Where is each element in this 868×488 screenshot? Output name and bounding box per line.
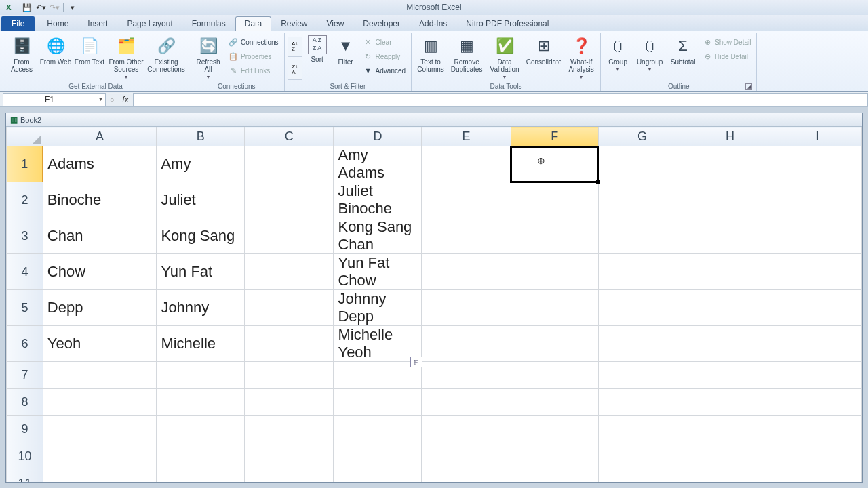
cell-B4[interactable]: Yun Fat (157, 254, 245, 290)
refresh-all-button[interactable]: 🔄Refresh All▼ (192, 34, 224, 80)
cell-B3[interactable]: Kong Sang (157, 218, 245, 254)
cell-C9[interactable] (245, 416, 334, 443)
cell-A7[interactable] (43, 362, 157, 389)
cell-G8[interactable] (598, 389, 686, 416)
column-header-A[interactable]: A (43, 127, 157, 146)
sort-desc-button[interactable]: Z↓A (288, 60, 302, 80)
cell-D11[interactable] (334, 470, 422, 483)
cell-D6[interactable]: Michelle Yeoh (334, 326, 422, 362)
cell-D7[interactable]: ⎘ (334, 362, 422, 389)
tab-developer[interactable]: Developer (353, 16, 410, 30)
tab-review[interactable]: Review (271, 16, 317, 30)
cell-F10[interactable] (511, 443, 598, 470)
cell-G11[interactable] (598, 470, 686, 483)
cell-A1[interactable]: Adams (43, 146, 157, 182)
cell-H1[interactable] (686, 146, 774, 182)
row-header-4[interactable]: 4 (7, 254, 43, 290)
tab-file[interactable]: File (1, 16, 35, 30)
cell-F1[interactable]: ⊕ (511, 146, 598, 182)
cell-H7[interactable] (686, 362, 774, 389)
qat-customize[interactable]: ▾ (66, 1, 79, 14)
cell-H11[interactable] (686, 470, 774, 483)
undo-button[interactable]: ↶▾ (35, 1, 47, 14)
from-text-button[interactable]: 📄From Text (73, 34, 106, 80)
cell-A9[interactable] (43, 416, 157, 443)
what-if-button[interactable]: ❓What-If Analysis▼ (565, 34, 597, 80)
tab-home[interactable]: Home (37, 16, 78, 30)
row-header-11[interactable]: 11 (7, 470, 43, 483)
row-header-3[interactable]: 3 (7, 218, 43, 254)
cell-E9[interactable] (422, 416, 511, 443)
cell-G4[interactable] (598, 254, 686, 290)
cell-E7[interactable] (422, 362, 511, 389)
cell-D1[interactable]: Amy Adams (334, 146, 422, 182)
cell-A2[interactable]: Binoche (43, 182, 157, 218)
cell-I4[interactable] (774, 254, 861, 290)
cell-I6[interactable] (774, 326, 861, 362)
cell-B1[interactable]: Amy (157, 146, 245, 182)
properties-button[interactable]: 📋Properties (226, 49, 281, 63)
row-header-1[interactable]: 1 (7, 146, 43, 182)
spreadsheet-grid[interactable]: ABCDEFGHI1AdamsAmyAmy Adams⊕2BinocheJuli… (6, 127, 862, 482)
column-header-E[interactable]: E (422, 127, 511, 146)
cell-B9[interactable] (157, 416, 245, 443)
row-header-8[interactable]: 8 (7, 389, 43, 416)
fx-icon[interactable]: fx (118, 95, 133, 104)
name-box[interactable]: F1 ▼ (3, 93, 106, 106)
tab-insert[interactable]: Insert (78, 16, 117, 30)
cell-A6[interactable]: Yeoh (43, 326, 157, 362)
cell-B10[interactable] (157, 443, 245, 470)
cell-F11[interactable] (511, 470, 598, 483)
save-button[interactable]: 💾 (21, 1, 33, 14)
cell-F8[interactable] (511, 389, 598, 416)
row-header-9[interactable]: 9 (7, 416, 43, 443)
from-access-button[interactable]: 🗄️From Access (5, 34, 38, 80)
cell-B6[interactable]: Michelle (157, 326, 245, 362)
cell-E8[interactable] (422, 389, 511, 416)
cell-B11[interactable] (157, 470, 245, 483)
cell-G6[interactable] (598, 326, 686, 362)
cell-C6[interactable] (245, 326, 334, 362)
cell-I11[interactable] (774, 470, 861, 483)
row-header-7[interactable]: 7 (7, 362, 43, 389)
cell-E6[interactable] (422, 326, 511, 362)
cell-E3[interactable] (422, 218, 511, 254)
cell-H4[interactable] (686, 254, 774, 290)
cell-I3[interactable] (774, 218, 861, 254)
cell-B8[interactable] (157, 389, 245, 416)
existing-connections-button[interactable]: 🔗Existing Connections (146, 34, 186, 80)
cell-H10[interactable] (686, 443, 774, 470)
cell-F2[interactable] (511, 182, 598, 218)
data-validation-button[interactable]: ✅Data Validation▼ (486, 34, 523, 80)
column-header-I[interactable]: I (774, 127, 861, 146)
cell-E1[interactable] (422, 146, 511, 182)
cell-D8[interactable] (334, 389, 422, 416)
cell-A10[interactable] (43, 443, 157, 470)
cell-D4[interactable]: Yun Fat Chow (334, 254, 422, 290)
column-header-G[interactable]: G (598, 127, 686, 146)
connections-button[interactable]: 🔗Connections (226, 35, 281, 49)
cell-H5[interactable] (686, 290, 774, 326)
cell-C3[interactable] (245, 218, 334, 254)
column-header-D[interactable]: D (334, 127, 422, 146)
cell-A8[interactable] (43, 389, 157, 416)
row-header-5[interactable]: 5 (7, 290, 43, 326)
cell-F6[interactable] (511, 326, 598, 362)
select-all-corner[interactable] (7, 127, 43, 146)
column-header-H[interactable]: H (686, 127, 774, 146)
cell-G7[interactable] (598, 362, 686, 389)
tab-view[interactable]: View (317, 16, 354, 30)
cell-D2[interactable]: Juliet Binoche (334, 182, 422, 218)
tab-formulas[interactable]: Formulas (182, 16, 235, 30)
cell-H8[interactable] (686, 389, 774, 416)
cell-C1[interactable] (245, 146, 334, 182)
cell-C5[interactable] (245, 290, 334, 326)
reapply-button[interactable]: ↻Reapply (361, 49, 408, 63)
row-header-2[interactable]: 2 (7, 182, 43, 218)
cell-I2[interactable] (774, 182, 861, 218)
cell-F4[interactable] (511, 254, 598, 290)
column-header-C[interactable]: C (245, 127, 334, 146)
cell-G1[interactable] (598, 146, 686, 182)
cell-B7[interactable] (157, 362, 245, 389)
subtotal-button[interactable]: ΣSubtotal (667, 34, 698, 80)
